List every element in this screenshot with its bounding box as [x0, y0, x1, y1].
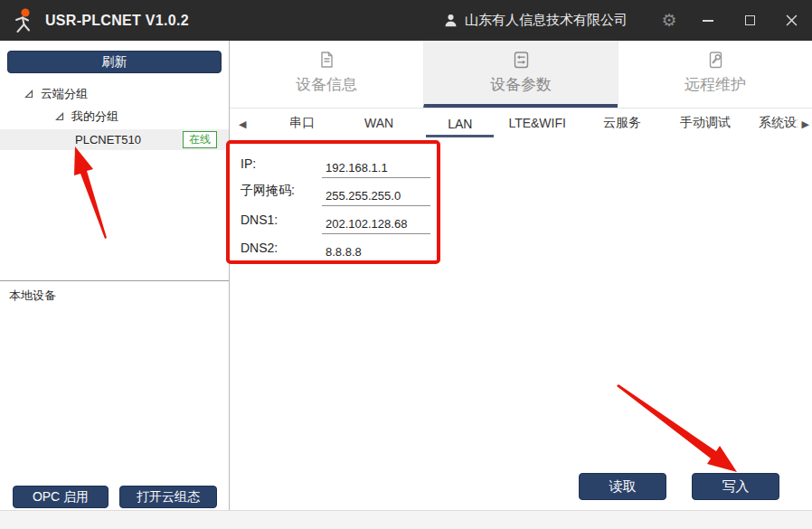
tab-remote-maintenance[interactable]: 远程维护	[618, 41, 812, 108]
opc-enable-button[interactable]: OPC 启用	[13, 486, 109, 508]
dns2-label: DNS2:	[241, 241, 322, 262]
document-icon	[316, 50, 336, 70]
subtab-serial[interactable]: 串口	[288, 109, 316, 138]
maximize-button[interactable]	[729, 0, 770, 41]
form-row-subnet: 子网掩码: 255.255.255.0	[241, 178, 812, 206]
read-button[interactable]: 读取	[579, 473, 666, 500]
tree-node-label: 云端分组	[41, 86, 88, 102]
tree-node-label: 我的分组	[71, 109, 118, 125]
user-icon	[443, 13, 458, 28]
usr-logo-icon	[8, 6, 37, 35]
subtab-manual-debug[interactable]: 手动调试	[678, 109, 732, 138]
subtab-bar: ◀ 串口 WAN LAN LTE&WIFI 云服务 手动调试 系统设置 ▶	[230, 109, 812, 139]
close-button[interactable]	[770, 0, 812, 41]
tree-expander-icon[interactable]	[24, 90, 33, 99]
tab-device-params[interactable]: 设备参数	[423, 41, 618, 108]
subtab-system[interactable]: 系统设置	[757, 109, 798, 138]
main-tabs: 设备信息 设备参数	[230, 41, 812, 109]
online-status-badge: 在线	[183, 131, 217, 148]
device-name: PLCNET510	[75, 133, 141, 146]
sidebar-divider	[0, 280, 229, 281]
write-button[interactable]: 写入	[692, 473, 779, 500]
ip-field[interactable]: 192.168.1.1	[322, 161, 430, 178]
minimize-icon	[703, 20, 713, 22]
close-icon	[786, 14, 798, 26]
sidebar-buttons: OPC 启用 打开云组态	[13, 486, 217, 508]
tree-expander-icon[interactable]	[55, 112, 64, 121]
sliders-icon	[511, 50, 531, 70]
dns2-field[interactable]: 8.8.8.8	[322, 245, 430, 262]
sidebar: 刷新 云端分组 我的分组 PLCNET510 在线 本地设备 OPC	[0, 41, 230, 510]
settings-gear-icon[interactable]: ⚙	[651, 10, 687, 31]
maximize-icon	[745, 15, 755, 25]
open-cloud-scada-button[interactable]: 打开云组态	[119, 486, 217, 508]
titlebar: USR-PLCNET V1.0.2 山东有人信息技术有限公司 ⚙	[0, 0, 812, 41]
form-row-dns2: DNS2: 8.8.8.8	[241, 234, 812, 262]
subtab-cloud-service[interactable]: 云服务	[601, 109, 643, 138]
form-row-dns1: DNS1: 202.102.128.68	[241, 206, 812, 234]
lan-form: IP: 192.168.1.1 子网掩码: 255.255.255.0 DNS1…	[241, 150, 812, 262]
minimize-button[interactable]	[687, 0, 729, 41]
main-panel: 设备信息 设备参数	[230, 41, 812, 510]
subtab-items: 串口 WAN LAN LTE&WIFI 云服务 手动调试 系统设置	[230, 109, 798, 139]
ip-label: IP:	[241, 156, 322, 178]
device-tree: 云端分组 我的分组 PLCNET510 在线	[0, 82, 229, 150]
tree-node-cloud-group[interactable]: 云端分组	[0, 82, 229, 105]
local-devices-label: 本地设备	[9, 288, 56, 304]
tree-node-my-group[interactable]: 我的分组	[0, 105, 229, 128]
account-company-name: 山东有人信息技术有限公司	[465, 12, 628, 29]
tree-node-device-plcnet510[interactable]: PLCNET510 在线	[0, 129, 229, 150]
tab-label: 远程维护	[685, 74, 746, 95]
subtab-scroll-right-icon[interactable]: ▶	[802, 109, 809, 139]
form-row-ip: IP: 192.168.1.1	[241, 150, 812, 178]
status-footer	[0, 510, 812, 529]
subtab-lan[interactable]: LAN	[426, 111, 494, 137]
tab-label: 设备信息	[296, 74, 357, 95]
dns1-field[interactable]: 202.102.128.68	[322, 217, 430, 234]
tab-label: 设备参数	[490, 74, 552, 95]
app-title: USR-PLCNET V1.0.2	[45, 13, 189, 29]
subnet-mask-field[interactable]: 255.255.255.0	[322, 189, 430, 206]
subtab-lte-wifi[interactable]: LTE&WIFI	[506, 110, 568, 137]
wrench-icon	[705, 50, 725, 70]
refresh-button[interactable]: 刷新	[7, 51, 222, 73]
content: 刷新 云端分组 我的分组 PLCNET510 在线 本地设备 OPC	[0, 41, 812, 510]
dns1-label: DNS1:	[241, 213, 322, 234]
subtab-wan[interactable]: WAN	[363, 110, 395, 137]
subnet-mask-label: 子网掩码:	[241, 183, 322, 206]
tab-device-info[interactable]: 设备信息	[230, 41, 423, 108]
